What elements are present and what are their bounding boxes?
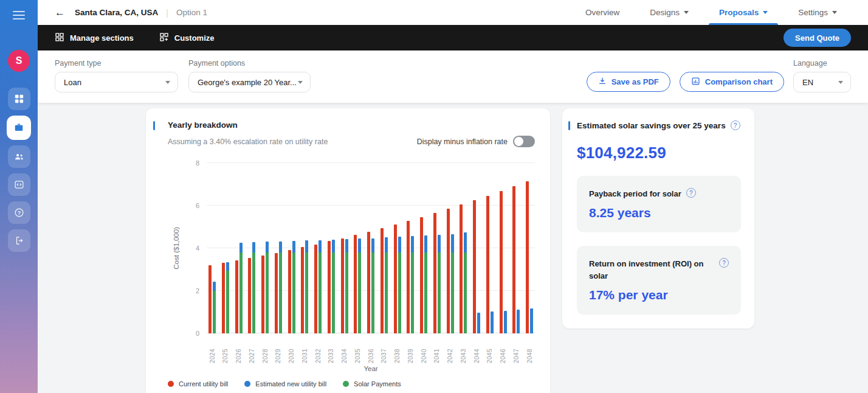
bar-stack xyxy=(332,240,335,333)
bar-solar-payments xyxy=(345,252,348,333)
bar-solar-payments xyxy=(226,271,229,333)
bar-stack xyxy=(451,234,454,333)
save-as-pdf-button[interactable]: Save as PDF xyxy=(587,72,670,92)
payment-type-select[interactable]: Loan xyxy=(55,72,178,92)
briefcase-icon xyxy=(13,122,25,134)
grid-plus-icon xyxy=(159,32,169,44)
nav-proposals[interactable]: Proposals xyxy=(704,0,783,25)
chart-area: Cost ($1,000) 02468 20242025202620272028… xyxy=(207,163,535,372)
bar-new-utility xyxy=(451,234,454,252)
bar-new-utility xyxy=(305,240,308,252)
bar-group xyxy=(367,232,374,333)
send-quote-button[interactable]: Send Quote xyxy=(784,29,851,47)
legend-item: Estimated new utility bill xyxy=(244,380,326,388)
x-tick-label: 2034 xyxy=(341,336,348,363)
dashboard-icon xyxy=(13,93,25,105)
help-circle-icon[interactable]: ? xyxy=(686,188,696,198)
bar-current-utility xyxy=(420,217,423,333)
hamburger-menu-icon[interactable] xyxy=(9,7,29,23)
customize-button[interactable]: Customize xyxy=(159,32,215,44)
bar-stack xyxy=(398,237,401,333)
bar-group xyxy=(473,200,480,333)
bar-group xyxy=(328,240,335,333)
y-tick-label: 0 xyxy=(196,330,199,337)
help-circle-icon[interactable]: ? xyxy=(719,258,729,268)
sidebar-item-embed[interactable] xyxy=(8,173,30,196)
bar-new-utility xyxy=(424,235,427,252)
help-circle-icon[interactable]: ? xyxy=(731,120,740,130)
sidebar-item-logout[interactable] xyxy=(8,229,30,252)
bar-group xyxy=(248,242,255,333)
help-icon: ? xyxy=(13,207,25,218)
bar-current-utility xyxy=(394,224,397,333)
x-tick-label: 2041 xyxy=(433,336,441,363)
chart-plot: 02468 xyxy=(207,163,535,333)
back-arrow-icon[interactable]: ← xyxy=(55,7,65,19)
nav-designs[interactable]: Designs xyxy=(635,0,704,25)
sidebar: S xyxy=(0,0,38,393)
inflation-toggle-label: Display minus inflation rate xyxy=(417,137,508,146)
bar-current-utility xyxy=(381,228,384,333)
main-content: Yearly breakdown Assuming a 3.40% escala… xyxy=(38,103,868,393)
x-tick-label: 2047 xyxy=(512,336,520,363)
bar-new-utility xyxy=(385,237,388,252)
nav-settings[interactable]: Settings xyxy=(783,0,852,25)
bar-solar-payments xyxy=(213,291,216,333)
bar-current-utility xyxy=(288,250,291,333)
bar-new-utility xyxy=(530,308,533,333)
svg-text:?: ? xyxy=(17,210,20,216)
bar-current-utility xyxy=(328,241,331,333)
y-axis-title: Cost ($1,000) xyxy=(171,163,181,333)
bar-group xyxy=(208,265,216,333)
bar-stack xyxy=(385,237,388,333)
sidebar-item-help[interactable]: ? xyxy=(8,201,30,224)
bar-group xyxy=(222,262,229,333)
bar-stack xyxy=(252,242,255,333)
payment-options-select[interactable]: George's example 20 Year... xyxy=(188,72,311,92)
bar-group xyxy=(235,243,243,333)
legend-dot-icon xyxy=(343,381,349,387)
divider: | xyxy=(166,8,168,18)
x-tick-label: 2036 xyxy=(367,336,374,363)
bar-group xyxy=(288,241,295,333)
bar-current-utility xyxy=(473,200,476,333)
savings-title: Estimated solar savings over 25 years xyxy=(577,121,726,130)
sidebar-item-team[interactable] xyxy=(8,145,30,168)
bar-group xyxy=(407,221,414,333)
chevron-down-icon xyxy=(298,81,303,84)
logout-icon xyxy=(13,235,25,246)
bar-current-utility xyxy=(407,221,410,333)
bar-stack xyxy=(424,235,427,333)
bar-stack xyxy=(213,282,216,333)
x-tick-label: 2037 xyxy=(381,336,388,363)
bar-stack xyxy=(477,313,480,333)
code-icon xyxy=(13,179,25,190)
bar-current-utility xyxy=(512,186,515,333)
bar-new-utility xyxy=(517,310,520,333)
manage-sections-button[interactable]: Manage sections xyxy=(55,32,134,44)
inflation-toggle[interactable] xyxy=(513,136,535,147)
comparison-chart-button[interactable]: Comparison chart xyxy=(680,72,784,92)
bar-stack xyxy=(464,232,467,333)
project-location: Santa Clara, CA, USA xyxy=(75,8,158,17)
bar-stack xyxy=(239,243,243,333)
bar-new-utility xyxy=(464,232,467,252)
sidebar-item-dashboard[interactable] xyxy=(8,88,30,110)
bar-current-utility xyxy=(433,213,436,333)
bar-group xyxy=(420,217,427,333)
bar-group xyxy=(500,191,507,333)
bar-group xyxy=(394,224,401,333)
payback-card: Payback period for solar ? 8.25 years xyxy=(577,176,741,232)
bar-current-utility xyxy=(526,181,529,333)
avatar[interactable]: S xyxy=(8,50,30,72)
legend-dot-icon xyxy=(168,381,174,387)
x-tick-label: 2030 xyxy=(288,336,295,363)
nav-overview[interactable]: Overview xyxy=(570,0,635,25)
language-select[interactable]: EN xyxy=(793,72,851,92)
x-tick-label: 2043 xyxy=(460,336,467,363)
bar-solar-payments xyxy=(319,252,322,333)
x-tick-label: 2026 xyxy=(235,336,243,363)
chevron-down-icon xyxy=(763,11,768,14)
bar-stack xyxy=(319,240,322,333)
sidebar-item-projects[interactable] xyxy=(7,116,31,140)
